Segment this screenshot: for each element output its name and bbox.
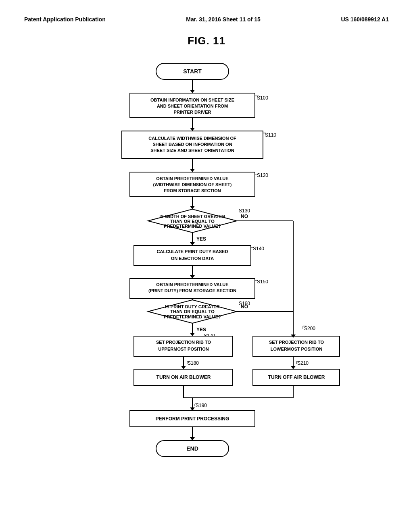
svg-rect-79 xyxy=(253,336,340,356)
header-center: Mar. 31, 2016 Sheet 11 of 15 xyxy=(186,16,260,23)
svg-marker-88 xyxy=(291,366,296,369)
svg-text:TURN OFF AIR BLOWER: TURN OFF AIR BLOWER xyxy=(268,374,325,380)
svg-text:NO: NO xyxy=(241,214,248,219)
svg-marker-73 xyxy=(181,366,186,369)
svg-text:IS PRINT DUTY GREATER: IS PRINT DUTY GREATER xyxy=(165,304,219,309)
svg-text:SET PROJECTION RIB TO: SET PROJECTION RIB TO xyxy=(156,340,211,345)
svg-text:NO: NO xyxy=(241,304,248,310)
svg-text:SHEET BASED ON INFORMATION ON: SHEET BASED ON INFORMATION ON xyxy=(152,142,232,147)
svg-marker-3 xyxy=(190,90,195,93)
svg-marker-21 xyxy=(190,169,195,172)
svg-rect-69 xyxy=(134,336,233,356)
svg-text:S120: S120 xyxy=(257,172,268,178)
svg-marker-12 xyxy=(190,128,195,131)
svg-text:END: END xyxy=(186,445,198,452)
svg-marker-106 xyxy=(190,437,195,441)
svg-marker-98 xyxy=(190,407,195,411)
svg-text:AND SHEET ORIENTATION FROM: AND SHEET ORIENTATION FROM xyxy=(157,104,228,108)
svg-text:TURN ON AIR BLOWER: TURN ON AIR BLOWER xyxy=(156,374,211,380)
svg-text:ON EJECTION DATA: ON EJECTION DATA xyxy=(171,256,214,261)
svg-text:S130: S130 xyxy=(239,208,250,214)
svg-text:START: START xyxy=(183,68,202,75)
header-left: Patent Application Publication xyxy=(24,16,106,23)
flowchart-diagram: START OBTAIN INFORMATION ON SHEET SIZE A… xyxy=(55,59,358,503)
svg-text:OBTAIN PREDETERMINED VALUE: OBTAIN PREDETERMINED VALUE xyxy=(156,282,228,287)
svg-text:SET PROJECTION RIB TO: SET PROJECTION RIB TO xyxy=(269,340,324,345)
svg-text:UPPERMOST POSITION: UPPERMOST POSITION xyxy=(158,347,209,351)
svg-text:S180: S180 xyxy=(188,360,199,366)
page-header: Patent Application Publication Mar. 31, … xyxy=(24,16,389,23)
svg-text:CALCULATE WIDTHWISE DIMENSION : CALCULATE WIDTHWISE DIMENSION OF xyxy=(148,136,236,141)
svg-text:S140: S140 xyxy=(253,246,264,251)
svg-marker-49 xyxy=(190,275,195,278)
svg-marker-30 xyxy=(190,206,195,209)
svg-text:PRINTER DRIVER: PRINTER DRIVER xyxy=(174,110,211,114)
svg-text:CALCULATE PRINT DUTY BASED: CALCULATE PRINT DUTY BASED xyxy=(157,249,228,254)
svg-text:S210: S210 xyxy=(297,360,309,366)
svg-text:OBTAIN PREDETERMINED VALUE: OBTAIN PREDETERMINED VALUE xyxy=(156,176,228,181)
svg-text:THAN OR EQUAL TO: THAN OR EQUAL TO xyxy=(170,309,215,314)
svg-text:THAN OR EQUAL TO: THAN OR EQUAL TO xyxy=(170,219,215,224)
svg-rect-42 xyxy=(134,245,251,266)
svg-text:PREDETERMINED VALUE?: PREDETERMINED VALUE? xyxy=(164,224,221,229)
svg-text:PREDETERMINED VALUE?: PREDETERMINED VALUE? xyxy=(164,314,221,319)
svg-text:S110: S110 xyxy=(265,132,276,138)
svg-text:S150: S150 xyxy=(257,279,268,285)
svg-text:(PRINT DUTY) FROM STORAGE SECT: (PRINT DUTY) FROM STORAGE SECTION xyxy=(148,288,236,293)
svg-text:PERFORM PRINT PROCESSING: PERFORM PRINT PROCESSING xyxy=(156,416,229,422)
svg-text:FROM STORAGE SECTION: FROM STORAGE SECTION xyxy=(164,188,221,193)
svg-text:OBTAIN INFORMATION ON SHEET SI: OBTAIN INFORMATION ON SHEET SIZE xyxy=(150,98,234,102)
svg-text:S200: S200 xyxy=(304,326,315,331)
figure-title: FIG. 11 xyxy=(24,35,389,47)
svg-text:IS WIDTH OF SHEET GREATER: IS WIDTH OF SHEET GREATER xyxy=(159,214,225,219)
svg-marker-64 xyxy=(190,333,195,336)
svg-text:YES: YES xyxy=(196,236,206,242)
svg-text:(WIDTHWISE DIMENSION OF SHEET): (WIDTHWISE DIMENSION OF SHEET) xyxy=(153,182,232,187)
svg-text:LOWERMOST POSITION: LOWERMOST POSITION xyxy=(271,347,322,351)
svg-text:SHEET SIZE AND SHEET ORIENTATI: SHEET SIZE AND SHEET ORIENTATION xyxy=(150,148,234,153)
svg-text:S190: S190 xyxy=(196,403,207,408)
svg-text:YES: YES xyxy=(196,327,206,332)
header-right: US 160/089912 A1 xyxy=(341,16,389,23)
svg-marker-38 xyxy=(190,242,195,245)
